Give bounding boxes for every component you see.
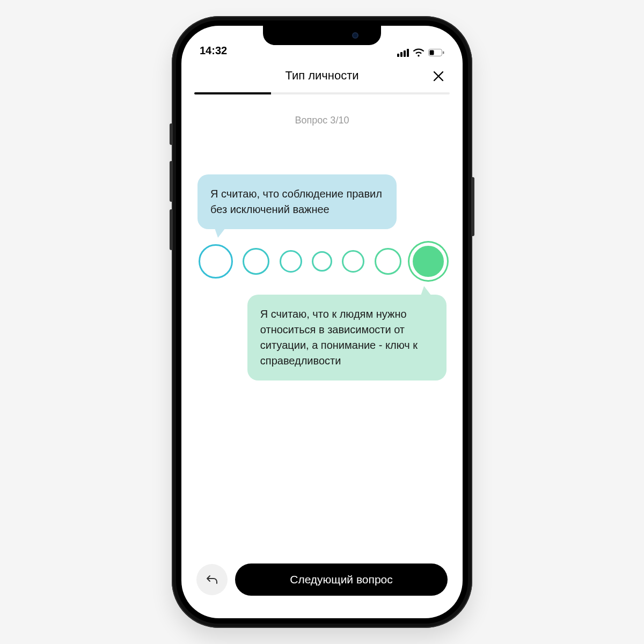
- screen: 14:32: [181, 26, 463, 618]
- undo-arrow-icon: [206, 574, 218, 585]
- back-button[interactable]: [196, 564, 228, 595]
- volume-down-button: [170, 209, 173, 250]
- close-button[interactable]: [429, 67, 448, 85]
- svg-rect-1: [430, 50, 434, 55]
- app-header: Тип личности: [181, 60, 463, 92]
- option-a-text: Я считаю, что соблюдение правил без искл…: [210, 188, 382, 215]
- phone-frame: 14:32: [172, 16, 472, 628]
- notch: [263, 26, 381, 45]
- likert-option-7-selected[interactable]: [411, 244, 445, 279]
- mute-switch: [170, 123, 173, 145]
- likert-option-4[interactable]: [312, 251, 332, 272]
- close-icon: [433, 70, 444, 82]
- svg-rect-2: [443, 52, 444, 54]
- battery-icon: [428, 49, 444, 56]
- next-question-button[interactable]: Следующий вопрос: [235, 564, 448, 596]
- likert-option-1[interactable]: [199, 244, 233, 279]
- volume-up-button: [170, 161, 173, 202]
- page-title: Тип личности: [285, 69, 358, 83]
- front-camera-icon: [352, 32, 358, 39]
- option-b-bubble: Я считаю, что к людям нужно относиться в…: [247, 295, 447, 380]
- question-counter: Вопрос 3/10: [181, 94, 463, 174]
- likert-option-5[interactable]: [342, 250, 364, 273]
- likert-scale: [197, 229, 447, 281]
- cellular-signal-icon: [397, 49, 409, 57]
- footer: Следующий вопрос: [181, 555, 463, 618]
- option-b-text: Я считаю, что к людям нужно относиться в…: [260, 308, 418, 367]
- likert-option-2[interactable]: [243, 248, 269, 275]
- likert-option-6[interactable]: [375, 248, 401, 275]
- option-a-bubble: Я считаю, что соблюдение правил без искл…: [197, 174, 397, 229]
- power-button: [471, 177, 474, 236]
- status-time: 14:32: [200, 45, 227, 57]
- wifi-icon: [413, 48, 425, 57]
- likert-option-3[interactable]: [280, 250, 302, 273]
- question-content: Я считаю, что соблюдение правил без искл…: [181, 174, 463, 555]
